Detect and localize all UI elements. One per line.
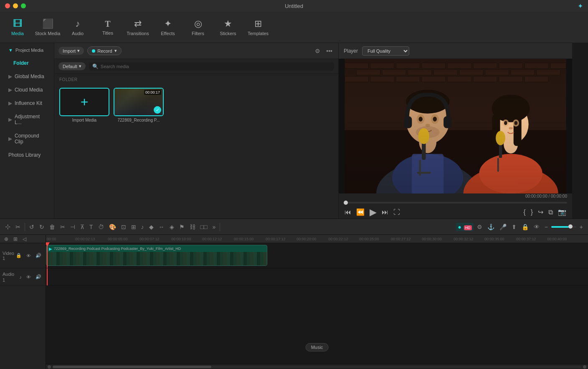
titlebar-action-icon: ✦ [578,2,583,10]
chevron-icon-global: ▶ [8,74,12,79]
select-tool-button[interactable]: ⊹ [3,222,12,232]
sidebar-item-photos-library[interactable]: Photos Library [2,149,52,161]
mark-out-icon[interactable]: } [530,208,534,217]
audio-track-eye-icon[interactable]: 👁 [25,273,33,280]
quality-select[interactable]: Full Quality Half Quality Quarter Qualit… [362,46,409,56]
link-button[interactable]: ⛓ [188,223,197,231]
eye-button[interactable]: 👁 [532,223,541,231]
audio-button[interactable]: ♪ [139,223,146,231]
sidebar-item-folder[interactable]: Folder [2,57,52,69]
toolbar-templates[interactable]: ⊞ Templates [244,14,272,41]
scroll-end-icon [583,365,586,369]
transition-button[interactable]: ↔ [157,223,166,231]
track-settings-icon[interactable]: ⊞ [12,235,19,243]
import-button[interactable]: Import ▾ [58,47,84,55]
video-track-volume-icon[interactable]: 🔊 [34,252,43,259]
settings-tool-button[interactable]: ⚙ [475,223,484,231]
progress-bar[interactable] [344,202,567,204]
export-button[interactable]: ⬆ [510,223,518,231]
mark-in-icon[interactable]: { [522,208,526,217]
mic-button[interactable]: 🎤 [498,223,508,231]
overlay-icon[interactable]: ⧉ [547,208,554,217]
rewind-button[interactable]: ⏮ [344,208,352,217]
minimize-button[interactable] [13,3,18,8]
audio-track-label: Audio 1 [3,272,14,282]
sidebar-item-adjustment[interactable]: ▶ Adjustment L... [2,110,52,129]
redo-button[interactable]: ↻ [38,223,46,231]
active-badge: HD [464,225,472,230]
sidebar-item-cloud-media[interactable]: ▶ Cloud Media [2,84,52,96]
toolbar-audio[interactable]: ♪ Audio [63,14,92,41]
transform-button[interactable]: ⊡ [119,223,128,231]
media-clip-item[interactable]: 00:00:17 ✓ 722869_Recording P... [114,88,164,214]
color-button[interactable]: 🎨 [107,223,118,231]
audio-track-volume-icon[interactable]: 🔊 [34,273,43,280]
sidebar-item-project-media[interactable]: ▼ Project Media [2,43,52,56]
clip-duration: 00:00:17 [144,90,161,95]
anchor-button[interactable]: ⚓ [486,223,496,231]
sidebar-item-compound-clip[interactable]: ▶ Compound Clip [2,130,52,148]
forward-button[interactable]: ⏭ [381,208,389,217]
add-track-icon[interactable]: ⊕ [3,235,10,243]
delete-button[interactable]: 🗑 [48,223,57,231]
sidebar-item-influence-kit[interactable]: ▶ Influence Kit [2,97,52,109]
effect-button[interactable]: ◈ [168,223,176,231]
split-button[interactable]: ⊣ [68,223,77,231]
group-button[interactable]: □□ [199,223,209,231]
more-options-icon[interactable]: ••• [324,47,334,55]
import-media-item[interactable]: + Import Media [59,88,109,214]
horizontal-scrollbar[interactable] [53,366,581,368]
more-tools-button[interactable]: » [210,223,217,231]
video-track-label: Video 1 [3,251,14,261]
progress-dot-icon [344,201,348,205]
fullscreen-button[interactable]: ⛶ [393,208,401,217]
toolbar-audio-label: Audio [72,31,84,36]
playhead-arrow-icon [46,242,50,247]
ruler-ts-3: 00:00:07:12 [139,237,160,241]
toolbar-stock-media[interactable]: ⬛ Stock Media [33,14,62,41]
stickers-icon: ★ [224,18,232,29]
toolbar-stickers[interactable]: ★ Stickers [214,14,242,41]
snapshot-icon[interactable]: 📷 [557,207,567,217]
zoom-in-button[interactable]: + [578,223,585,231]
video-clip[interactable]: ▶ 722869_Recording Podcast Podcasting Po… [46,245,267,266]
zoom-out-button[interactable]: − [543,223,550,231]
toolbar-titles[interactable]: T Titles [94,14,122,41]
record-button[interactable]: Record ▾ [87,46,121,55]
speed-button[interactable]: ⏱ [96,223,106,231]
marker-button[interactable]: ⚑ [177,223,186,231]
video-track-eye-icon[interactable]: 👁 [25,252,33,259]
filter-icon[interactable]: ⚙ [313,47,322,55]
music-tag[interactable]: Music [306,343,329,351]
text-tool-button[interactable]: T [88,223,95,231]
keyframe-button[interactable]: ◆ [147,223,155,231]
close-button[interactable] [5,3,10,8]
crop-overlay-button[interactable]: ⊞ [129,223,138,231]
ripple-tool-button[interactable]: ⊼ [79,223,86,231]
audio-track-info: Audio 1 [3,271,18,283]
video-track-lock-icon[interactable]: 🔒 [14,252,23,259]
media-clip-thumb[interactable]: 00:00:17 ✓ [114,88,164,116]
active-tool-button[interactable]: ● HD [456,223,473,231]
play-pause-button[interactable]: ▶ [369,206,378,219]
timeline-scrollbar [46,364,588,369]
step-back-button[interactable]: ⏪ [355,207,365,217]
maximize-button[interactable] [21,3,26,8]
search-input[interactable] [101,64,331,69]
lock-button[interactable]: 🔒 [520,223,530,231]
undo-button[interactable]: ↺ [28,223,36,231]
zoom-slider[interactable] [551,226,576,228]
toolbar-media[interactable]: 🎞 Media [3,14,32,41]
crop-tool-button[interactable]: ✂ [14,223,22,231]
sidebar-item-global-media[interactable]: ▶ Global Media [2,70,52,83]
audio-track-note-icon[interactable]: ♪ [18,273,24,280]
toolbar-filters[interactable]: ◎ Filters [184,14,212,41]
tracks-wrapper: 00:00 00:00:02:13 00:00:05:00 00:00:07:1… [46,235,588,369]
insert-icon[interactable]: ↪ [537,207,544,217]
cut-button[interactable]: ✂ [58,223,67,231]
collapse-icon[interactable]: ◁ [21,235,28,243]
toolbar-effects[interactable]: ✦ Effects [154,14,182,41]
default-sort-button[interactable]: Default ▾ [58,62,86,70]
import-thumb[interactable]: + [59,88,109,116]
toolbar-transitions[interactable]: ⇄ Transitions [124,14,152,41]
